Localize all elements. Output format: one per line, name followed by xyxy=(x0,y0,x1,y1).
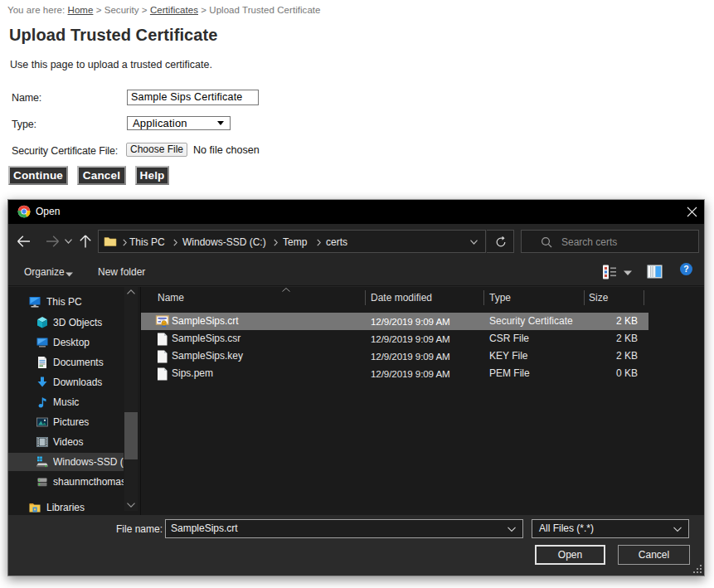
svg-text:?: ? xyxy=(683,264,688,274)
